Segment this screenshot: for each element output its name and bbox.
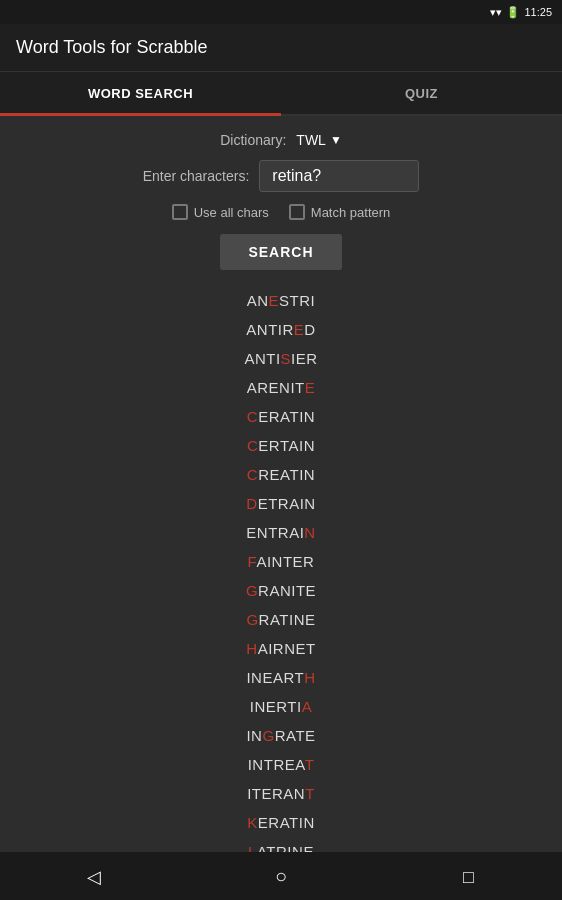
chevron-down-icon: ▼ xyxy=(330,133,342,147)
app-header: Word Tools for Scrabble xyxy=(0,24,562,72)
list-item[interactable]: ARENITE xyxy=(247,373,316,402)
search-button[interactable]: SEARCH xyxy=(220,234,341,270)
highlighted-char: E xyxy=(305,379,316,396)
use-all-chars-checkbox[interactable]: Use all chars xyxy=(172,204,269,220)
highlighted-char: C xyxy=(247,437,258,454)
match-pattern-checkbox[interactable]: Match pattern xyxy=(289,204,391,220)
highlighted-char: D xyxy=(246,495,257,512)
enter-characters-row: Enter characters: xyxy=(0,160,562,192)
list-item[interactable]: ANTIRED xyxy=(246,315,315,344)
list-item[interactable]: ITERANT xyxy=(247,779,315,808)
highlighted-char: N xyxy=(304,524,315,541)
list-item[interactable]: CERTAIN xyxy=(247,431,315,460)
highlighted-char: E xyxy=(269,292,280,309)
list-item[interactable]: CERATIN xyxy=(247,402,315,431)
back-icon xyxy=(87,865,101,888)
dictionary-row: Dictionary: TWL ▼ xyxy=(0,132,562,148)
list-item[interactable]: INGRATE xyxy=(246,721,315,750)
search-button-row: SEARCH xyxy=(0,234,562,270)
status-icons: ▾▾ 🔋 11:25 xyxy=(490,6,552,19)
list-item[interactable]: KERATIN xyxy=(247,808,314,837)
status-bar: ▾▾ 🔋 11:25 xyxy=(0,0,562,24)
list-item[interactable]: INEARTH xyxy=(246,663,315,692)
back-button[interactable] xyxy=(74,856,114,896)
tab-quiz[interactable]: QUIZ xyxy=(281,72,562,114)
recent-icon xyxy=(463,865,474,888)
highlighted-char: T xyxy=(305,785,315,802)
list-item[interactable]: ENTRAIN xyxy=(246,518,315,547)
highlighted-char: K xyxy=(247,814,258,831)
wifi-icon: ▾▾ xyxy=(490,6,502,19)
dictionary-select[interactable]: TWL ▼ xyxy=(296,132,341,148)
list-item[interactable]: FAINTER xyxy=(248,547,315,576)
highlighted-char: S xyxy=(281,350,292,367)
bottom-nav xyxy=(0,852,562,900)
results-list: ANESTRIANTIREDANTISIERARENITECERATINCERT… xyxy=(0,286,562,852)
list-item[interactable]: GRANITE xyxy=(246,576,316,605)
characters-input[interactable] xyxy=(259,160,419,192)
tabs-container: WORD SEARCH QUIZ xyxy=(0,72,562,116)
main-content: Dictionary: TWL ▼ Enter characters: Use … xyxy=(0,116,562,852)
use-all-chars-box xyxy=(172,204,188,220)
list-item[interactable]: ANESTRI xyxy=(247,286,316,315)
dictionary-value: TWL xyxy=(296,132,326,148)
list-item[interactable]: GRATINE xyxy=(246,605,315,634)
highlighted-char: C xyxy=(247,408,258,425)
list-item[interactable]: INERTIA xyxy=(250,692,312,721)
home-icon xyxy=(275,865,287,888)
recent-button[interactable] xyxy=(448,856,488,896)
home-button[interactable] xyxy=(261,856,301,896)
highlighted-char: C xyxy=(247,466,258,483)
list-item[interactable]: ANTISIER xyxy=(244,344,317,373)
list-item[interactable]: CREATIN xyxy=(247,460,315,489)
highlighted-char: G xyxy=(246,611,258,628)
highlighted-char: G xyxy=(262,727,274,744)
list-item[interactable]: DETRAIN xyxy=(246,489,315,518)
highlighted-char: H xyxy=(246,640,257,657)
highlighted-char: H xyxy=(304,669,315,686)
list-item[interactable]: LATRINE xyxy=(248,837,314,852)
match-pattern-label: Match pattern xyxy=(311,205,391,220)
list-item[interactable]: HAIRNET xyxy=(246,634,315,663)
highlighted-char: T xyxy=(305,756,315,773)
highlighted-char: G xyxy=(246,582,258,599)
battery-icon: 🔋 xyxy=(506,6,520,19)
highlighted-char: E xyxy=(294,321,305,338)
highlighted-char: A xyxy=(302,698,313,715)
use-all-chars-label: Use all chars xyxy=(194,205,269,220)
tab-word-search[interactable]: WORD SEARCH xyxy=(0,72,281,114)
dictionary-label: Dictionary: xyxy=(220,132,286,148)
app-title: Word Tools for Scrabble xyxy=(16,37,207,58)
match-pattern-box xyxy=(289,204,305,220)
list-item[interactable]: INTREAT xyxy=(248,750,315,779)
highlighted-char: L xyxy=(248,843,257,852)
enter-chars-label: Enter characters: xyxy=(143,168,250,184)
checkboxes-row: Use all chars Match pattern xyxy=(0,204,562,220)
time: 11:25 xyxy=(524,6,552,18)
